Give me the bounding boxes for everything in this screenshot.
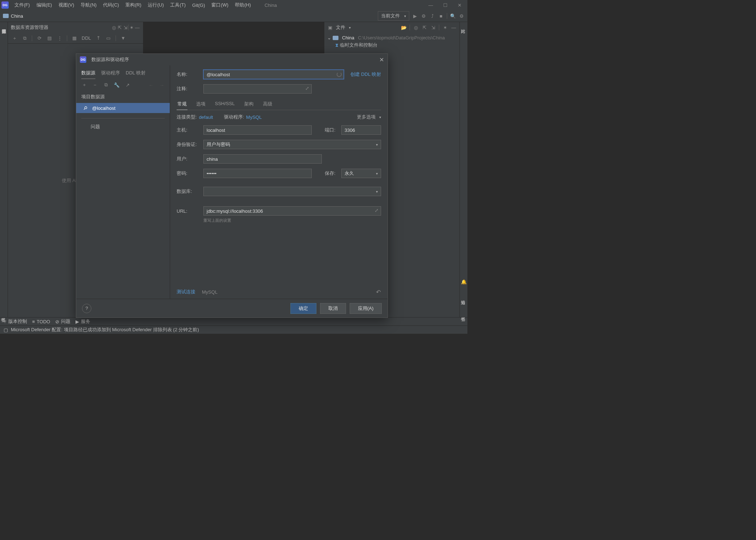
wrench-icon[interactable]: 🔧 bbox=[114, 82, 120, 88]
apply-button[interactable]: 应用(A) bbox=[350, 303, 382, 314]
notifications-tab[interactable]: 通知 bbox=[460, 295, 466, 299]
run-icon[interactable]: ▶ bbox=[412, 13, 418, 19]
compare-tab[interactable]: 对比 bbox=[460, 23, 466, 28]
revert-icon[interactable]: ↶ bbox=[375, 289, 381, 295]
tab-schema[interactable]: 架构 bbox=[243, 99, 254, 110]
help-button[interactable]: ? bbox=[82, 304, 91, 313]
stop-refresh-icon[interactable]: ▨ bbox=[47, 35, 52, 41]
minimize-panel-icon[interactable]: — bbox=[451, 25, 457, 30]
gear-icon[interactable]: ✶ bbox=[129, 25, 134, 30]
menu-view[interactable]: 视图(V) bbox=[56, 1, 77, 9]
tree-scratch-label: 临时文件和控制台 bbox=[340, 42, 377, 48]
add-icon[interactable]: ＋ bbox=[81, 82, 87, 88]
table-icon[interactable]: ▦ bbox=[72, 35, 77, 41]
left-bookmarks-tab[interactable]: 书签 bbox=[0, 312, 8, 316]
menu-git[interactable]: Git(G) bbox=[189, 1, 208, 9]
url-input[interactable] bbox=[203, 206, 381, 216]
password-input[interactable] bbox=[203, 169, 312, 178]
tab-ddl[interactable]: DDL 映射 bbox=[126, 68, 146, 79]
target-icon[interactable]: ◎ bbox=[413, 25, 419, 30]
collapse-icon[interactable]: ⇲ bbox=[430, 25, 436, 30]
menu-code[interactable]: 代码(C) bbox=[100, 1, 122, 9]
auth-select[interactable]: 用户与密码 ▾ bbox=[203, 140, 381, 149]
user-input[interactable] bbox=[203, 154, 322, 164]
problems-tab[interactable]: ⊘问题 bbox=[55, 318, 70, 325]
export-icon[interactable]: ↗ bbox=[125, 82, 130, 88]
menu-navigate[interactable]: 导航(N) bbox=[78, 1, 99, 9]
todo-tab[interactable]: ≡TODO bbox=[32, 319, 50, 324]
save-select[interactable]: 永久 ▾ bbox=[341, 169, 381, 178]
tree-root[interactable]: ⌄ China C:\Users\topmold\DataGripProject… bbox=[327, 34, 457, 41]
menu-window[interactable]: 窗口(W) bbox=[208, 1, 231, 9]
files-dropdown[interactable]: 文件 ▾ bbox=[336, 24, 351, 31]
refresh-icon[interactable]: ⟳ bbox=[36, 35, 42, 41]
search-icon[interactable]: 🔍 bbox=[450, 13, 456, 19]
view-mode-icon[interactable]: ▣ bbox=[327, 25, 333, 30]
notifications-icon[interactable]: 🔔 bbox=[461, 279, 467, 285]
console-icon[interactable]: ▭ bbox=[105, 35, 111, 41]
tree-scratch[interactable]: ⧗ 临时文件和控制台 bbox=[327, 41, 457, 49]
status-icon[interactable]: ▢ bbox=[4, 327, 8, 333]
open-folder-icon[interactable]: 📂 bbox=[401, 25, 407, 30]
conn-type-value[interactable]: default bbox=[199, 115, 213, 120]
minimize-panel-icon[interactable]: — bbox=[134, 25, 140, 30]
remove-icon[interactable]: − bbox=[92, 82, 98, 88]
copy-icon[interactable]: ⧉ bbox=[22, 35, 27, 41]
bookmarks-tab[interactable]: 书签 bbox=[460, 311, 466, 316]
tab-sources[interactable]: 数据源 bbox=[81, 68, 95, 79]
gear-icon[interactable]: ✶ bbox=[442, 25, 448, 30]
copy-icon[interactable]: ⧉ bbox=[103, 82, 109, 88]
add-icon[interactable]: ＋ bbox=[12, 35, 17, 41]
services-tab[interactable]: ▶服务 bbox=[75, 318, 90, 325]
save-value: 永久 bbox=[345, 170, 354, 177]
ok-button[interactable]: 确定 bbox=[290, 303, 316, 314]
cancel-button[interactable]: 取消 bbox=[320, 303, 346, 314]
test-connection[interactable]: 测试连接 bbox=[177, 289, 195, 295]
menu-edit[interactable]: 编辑(E) bbox=[34, 1, 55, 9]
minimize-icon[interactable]: — bbox=[427, 3, 435, 8]
stop-icon[interactable]: ■ bbox=[438, 13, 444, 19]
name-input[interactable] bbox=[203, 70, 344, 79]
filter-icon[interactable]: ▼ bbox=[120, 35, 126, 41]
tab-ssh[interactable]: SSH/SSL bbox=[214, 99, 236, 110]
attach-icon[interactable]: ⤴ bbox=[429, 13, 435, 19]
target-icon[interactable]: ◎ bbox=[111, 25, 117, 30]
tab-advanced[interactable]: 高级 bbox=[262, 99, 273, 110]
create-ddl-link[interactable]: 创建 DDL 映射 bbox=[350, 71, 381, 78]
db-toolbar: ＋ ⧉ ⟳ ▨ ⋮ ▦ DDL ⤒ ▭ ▼ bbox=[8, 33, 143, 44]
back-icon[interactable]: ← bbox=[148, 82, 154, 88]
menu-file[interactable]: 文件(F) bbox=[12, 1, 33, 9]
settings-icon[interactable]: ⚙ bbox=[459, 13, 465, 19]
host-input[interactable] bbox=[203, 125, 312, 135]
more-options[interactable]: 更多选项▾ bbox=[357, 114, 381, 120]
menu-refactor[interactable]: 重构(R) bbox=[122, 1, 144, 9]
close-icon[interactable]: ✕ bbox=[456, 3, 463, 8]
tab-drivers[interactable]: 驱动程序 bbox=[101, 68, 120, 79]
comment-input[interactable] bbox=[203, 84, 312, 94]
driver-value[interactable]: MySQL bbox=[246, 115, 262, 120]
close-icon[interactable]: ✕ bbox=[379, 56, 384, 63]
tx-icon[interactable]: ⋮ bbox=[57, 35, 62, 41]
tab-general[interactable]: 常规 bbox=[177, 99, 187, 110]
port-input[interactable] bbox=[341, 125, 381, 135]
debug-icon[interactable]: ⚙ bbox=[421, 13, 427, 19]
collapse-icon[interactable]: ⇲ bbox=[122, 25, 128, 30]
forward-icon[interactable]: → bbox=[159, 82, 165, 88]
db-tool-tab[interactable]: 数据库资源管理器 bbox=[1, 23, 7, 28]
ds-localhost[interactable]: ⚲ @localhost bbox=[76, 103, 170, 113]
expand-icon[interactable]: ⤢ bbox=[373, 208, 380, 213]
menu-run[interactable]: 运行(U) bbox=[145, 1, 167, 9]
breadcrumb-project[interactable]: China bbox=[11, 13, 23, 19]
tab-options[interactable]: 选项 bbox=[195, 99, 206, 110]
menu-help[interactable]: 帮助(H) bbox=[232, 1, 254, 9]
run-config-combo[interactable]: 当前文件 ▾ bbox=[378, 11, 409, 21]
expand-icon[interactable]: ⇱ bbox=[422, 25, 427, 30]
vcs-tab[interactable]: ⑂版本控制 bbox=[4, 318, 27, 325]
menu-tools[interactable]: 工具(T) bbox=[167, 1, 189, 9]
database-select[interactable]: ▾ bbox=[203, 187, 381, 196]
jump-icon[interactable]: ⤒ bbox=[95, 35, 101, 41]
expand-icon[interactable]: ⤢ bbox=[304, 86, 310, 91]
ddl-button[interactable]: DDL bbox=[82, 35, 91, 41]
expand-icon[interactable]: ⇱ bbox=[117, 25, 122, 30]
maximize-icon[interactable]: ☐ bbox=[442, 3, 449, 8]
